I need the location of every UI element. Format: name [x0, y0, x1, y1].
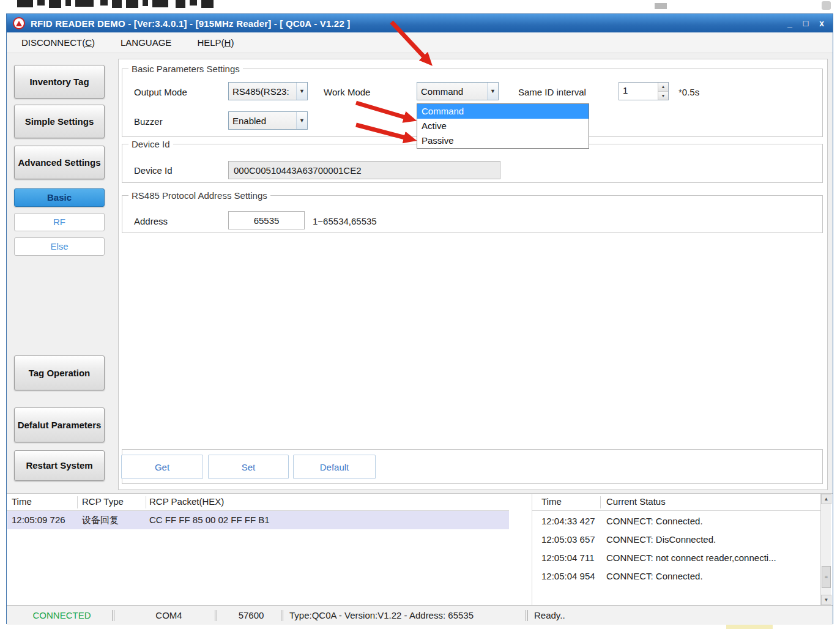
status-cell-time: 12:05:03 657 — [541, 534, 595, 545]
log-row-selected[interactable]: 12:05:09 726 设备回复 CC FF FF 85 00 02 FF F… — [7, 511, 509, 529]
background-artifact-text — [17, 0, 268, 9]
sidebar-item-simple-settings[interactable]: Simple Settings — [14, 105, 105, 138]
stepper-down-icon[interactable]: ▼ — [658, 92, 668, 100]
menu-disconnect-key: C — [85, 37, 92, 48]
work-mode-value: Command — [417, 86, 487, 97]
status-cell-time: 12:05:04 954 — [541, 571, 595, 581]
title-bar[interactable]: RFID READER DEMO - [Ver:3.4.0.1] - [915M… — [7, 14, 833, 32]
output-mode-value: RS485(RS23: — [229, 86, 296, 97]
log-area: Time RCP Type RCP Packet(HEX) 12:05:09 7… — [7, 493, 833, 605]
ready-status: Ready.. — [534, 610, 565, 620]
screenshot-canvas: RFID READER DEMO - [Ver:3.4.0.1] - [915M… — [0, 0, 840, 629]
background-artifact — [822, 1, 831, 10]
log-cell-type: 设备回复 — [82, 515, 119, 526]
chevron-down-icon[interactable]: ▼ — [487, 83, 498, 100]
status-row[interactable]: 12:04:33 427 CONNECT: Connected. — [532, 512, 820, 530]
log-header-type: RCP Type — [82, 496, 124, 507]
sidebar-item-else[interactable]: Else — [14, 237, 105, 256]
status-row[interactable]: 12:05:04 711 CONNECT: not connect reader… — [532, 549, 820, 567]
sidebar-item-advanced-settings[interactable]: Advanced Settings — [14, 146, 105, 179]
device-id-label: Device Id — [134, 165, 173, 176]
get-button[interactable]: Get — [121, 455, 203, 479]
status-cell-time: 12:04:33 427 — [541, 516, 595, 526]
dropdown-option-command[interactable]: Command — [417, 104, 589, 119]
menu-disconnect-text: ) — [92, 37, 95, 48]
menu-help-text: HELP( — [197, 37, 224, 48]
same-id-interval-unit: *0.5s — [678, 87, 699, 97]
window-title: RFID READER DEMO - [Ver:3.4.0.1] - [915M… — [31, 18, 787, 29]
chevron-down-icon[interactable]: ▼ — [296, 112, 307, 129]
address-field[interactable]: 65535 — [228, 211, 305, 229]
basic-parameters-group-title: Basic Parameters Settings — [128, 64, 243, 74]
status-header-time: Time — [541, 496, 562, 507]
status-scrollbar[interactable]: ▲ ≡ ▼ — [820, 494, 831, 606]
address-group-title: RS485 Protocol Address Settings — [128, 190, 270, 201]
window-controls: _ □ x — [787, 18, 824, 28]
status-bar: CONNECTED COM4 57600 Type:QC0A - Version… — [7, 605, 833, 625]
work-mode-dropdown-list: Command Active Passive — [417, 103, 589, 149]
stepper-up-icon[interactable]: ▲ — [658, 83, 668, 92]
stepper-buttons: ▲ ▼ — [658, 83, 668, 100]
maximize-icon[interactable]: □ — [803, 18, 808, 28]
dropdown-option-passive[interactable]: Passive — [417, 133, 589, 148]
scrollbar-thumb[interactable]: ≡ — [822, 566, 831, 588]
statusbar-divider — [215, 610, 217, 621]
statusbar-divider — [281, 610, 283, 621]
status-row[interactable]: 12:05:03 657 CONNECT: DisConnected. — [532, 530, 820, 549]
buzzer-label: Buzzer — [134, 116, 163, 127]
sidebar-item-basic[interactable]: Basic — [14, 188, 105, 207]
buzzer-select[interactable]: Enabled ▼ — [228, 111, 308, 130]
set-button[interactable]: Set — [208, 455, 289, 479]
log-header-time: Time — [12, 496, 32, 507]
status-row[interactable]: 12:05:04 954 CONNECT: Connected. — [532, 567, 820, 586]
app-window: RFID READER DEMO - [Ver:3.4.0.1] - [915M… — [6, 13, 833, 624]
header-underline — [532, 510, 820, 511]
menu-help-text: ) — [231, 37, 234, 48]
output-mode-select[interactable]: RS485(RS23: ▼ — [228, 82, 308, 100]
sidebar-item-tag-operation[interactable]: Tag Operation — [14, 355, 105, 390]
same-id-interval-label: Same ID interval — [518, 87, 586, 97]
minimize-icon[interactable]: _ — [787, 18, 792, 28]
statusbar-divider — [526, 610, 528, 621]
menu-help-key: H — [225, 37, 231, 48]
device-info: Type:QC0A - Version:V1.22 - Address: 655… — [289, 610, 474, 620]
default-button[interactable]: Default — [293, 455, 376, 479]
status-cell-status: CONNECT: Connected. — [606, 571, 703, 581]
dropdown-option-active[interactable]: Active — [417, 119, 589, 133]
column-divider — [600, 496, 601, 508]
scroll-down-icon[interactable]: ▼ — [821, 595, 831, 605]
buzzer-value: Enabled — [229, 116, 296, 126]
menu-language[interactable]: LANGUAGE — [121, 37, 171, 48]
connection-status: CONNECTED — [13, 610, 111, 620]
chevron-down-icon[interactable]: ▼ — [296, 83, 307, 100]
status-cell-status: CONNECT: not connect reader,connecti... — [606, 553, 776, 563]
status-header-status: Current Status — [606, 496, 666, 507]
status-cell-status: CONNECT: DisConnected. — [606, 534, 716, 545]
address-label: Address — [134, 216, 168, 226]
same-id-interval-stepper[interactable]: 1 ▲ ▼ — [619, 82, 669, 100]
menu-bar: DISCONNECT(C) LANGUAGE HELP(H) — [7, 32, 833, 53]
column-divider — [77, 496, 78, 508]
device-id-field: 000C00510443A63700001CE2 — [228, 161, 500, 179]
baud-rate: 57600 — [222, 610, 280, 620]
device-id-group-title: Device Id — [128, 139, 173, 149]
sidebar-item-restart-system[interactable]: Restart System — [14, 450, 105, 481]
work-mode-select[interactable]: Command ▼ — [417, 82, 499, 100]
sidebar-item-rf[interactable]: RF — [14, 213, 105, 231]
background-artifact — [655, 3, 667, 9]
scroll-up-icon[interactable]: ▲ — [821, 494, 831, 504]
app-logo-icon — [13, 17, 25, 29]
menu-disconnect[interactable]: DISCONNECT(C) — [21, 37, 95, 48]
log-header-packet: RCP Packet(HEX) — [149, 496, 224, 507]
sidebar-item-inventory-tag[interactable]: Inventory Tag — [14, 65, 105, 99]
sidebar-item-default-parameters[interactable]: Defalut Parameters — [14, 408, 105, 442]
same-id-interval-value[interactable]: 1 — [619, 83, 658, 100]
statusbar-divider — [112, 610, 114, 621]
address-group: RS485 Protocol Address Settings — [122, 195, 823, 233]
column-divider — [146, 496, 146, 508]
menu-help[interactable]: HELP(H) — [197, 37, 234, 48]
log-cell-time: 12:05:09 726 — [12, 515, 65, 525]
log-cell-packet: CC FF FF 85 00 02 FF FF B1 — [149, 515, 270, 525]
close-icon[interactable]: x — [819, 18, 824, 28]
menu-language-text: LANGUAGE — [121, 37, 171, 48]
